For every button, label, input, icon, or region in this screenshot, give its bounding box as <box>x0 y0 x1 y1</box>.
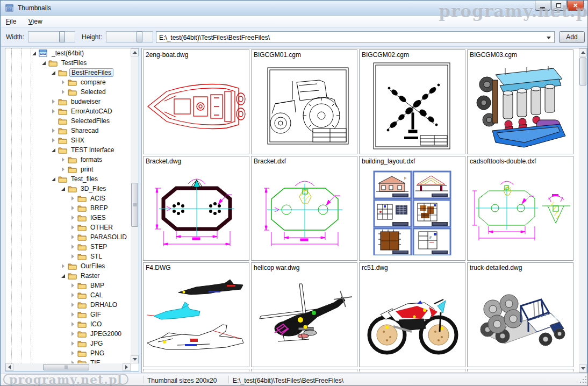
expand-arrow-icon[interactable] <box>70 195 76 202</box>
collapse-arrow-icon[interactable] <box>51 69 57 76</box>
expand-arrow-icon[interactable] <box>70 350 76 356</box>
expand-arrow-icon[interactable] <box>70 311 76 318</box>
tree-item-ico[interactable]: ICO <box>5 319 131 329</box>
minimize-button[interactable] <box>535 1 550 11</box>
expand-arrow-icon[interactable] <box>60 156 67 163</box>
tree-vscroll-thumb[interactable] <box>131 183 138 227</box>
expand-arrow-icon[interactable] <box>51 127 57 134</box>
expand-arrow-icon[interactable] <box>70 292 76 298</box>
thumbnail-cell-partial[interactable] <box>467 369 573 371</box>
thumbnail-cell-building-layout-dxf[interactable]: building_layout.dxfFF <box>359 156 465 261</box>
expand-arrow-icon[interactable] <box>70 282 76 289</box>
tree-scroll-down-button[interactable] <box>131 355 139 363</box>
grid-scroll-up-button[interactable] <box>579 48 587 56</box>
tree-hscrollbar[interactable] <box>5 363 131 371</box>
expand-arrow-icon[interactable] <box>60 263 67 269</box>
tree-item-label[interactable]: STEP <box>89 243 109 251</box>
thumbnail-cell-bracket-dwg[interactable]: Bracket.dwg <box>143 156 249 261</box>
tree-item-label[interactable]: BestFreeFiles <box>69 68 113 77</box>
width-slider[interactable] <box>28 31 75 42</box>
collapse-arrow-icon[interactable] <box>31 50 38 56</box>
tree-item-label[interactable]: PNG <box>89 349 106 357</box>
tree-item-formats[interactable]: formats <box>5 155 131 165</box>
tree-item-compare[interactable]: compare <box>5 77 131 87</box>
expand-arrow-icon[interactable] <box>51 108 57 115</box>
tree-item-label[interactable]: Selected <box>79 88 107 96</box>
thumbnail-cell-helicop-war-dwg[interactable]: helicop war.dwg <box>251 262 357 367</box>
tree-item-label[interactable]: print <box>79 166 95 173</box>
tree-item-label[interactable]: ErrorAutoCAD <box>69 108 114 115</box>
tree-item-acis[interactable]: ACIS <box>5 194 131 203</box>
tree-item-3d-files[interactable]: 3D_Files <box>5 184 131 194</box>
tree-item-label[interactable]: ACIS <box>89 195 107 202</box>
tree-item-stl[interactable]: STL <box>5 252 131 261</box>
tree-item-label[interactable]: _test(64bit) <box>50 49 85 57</box>
thumbnail-cell-2eng-boat-dwg[interactable]: 2eng-boat.dwg <box>143 49 249 154</box>
expand-arrow-icon[interactable] <box>51 98 57 105</box>
expand-arrow-icon[interactable] <box>70 244 76 250</box>
thumbnail-cell-partial[interactable] <box>359 369 465 371</box>
tree-hscroll-thumb[interactable] <box>43 364 89 370</box>
tree-item-selectedfiles[interactable]: SelectedFiles <box>5 116 131 126</box>
thumbnail-cell-rc51-dwg[interactable]: rc51.dwg <box>359 262 465 367</box>
tree-item-label[interactable]: TestFiles <box>60 59 88 67</box>
expand-arrow-icon[interactable] <box>60 79 67 85</box>
tree-item-drhalo[interactable]: DRHALO <box>5 300 131 310</box>
tree-item-label[interactable]: budweiser <box>69 98 102 105</box>
grid-vscrollbar[interactable] <box>579 48 587 373</box>
tree-item-label[interactable]: TEST Interface <box>69 146 116 154</box>
collapse-arrow-icon[interactable] <box>51 147 57 153</box>
tree-scroll-up-button[interactable] <box>131 48 139 56</box>
tree-item-label[interactable]: DRHALO <box>89 301 119 309</box>
tree-item-parasolid[interactable]: PARASOLID <box>5 232 131 242</box>
tree-item-label[interactable]: OurFiles <box>79 262 106 270</box>
tree-scroll-left-button[interactable] <box>5 363 13 371</box>
tree-item-png[interactable]: PNG <box>5 348 131 358</box>
tree-item-label[interactable]: compare <box>79 78 107 86</box>
collapse-arrow-icon[interactable] <box>60 185 67 192</box>
tree-item-label[interactable]: IGES <box>89 214 107 221</box>
thumbnail-cell-bigcgm01-cgm[interactable]: BIGCGM01.cgm <box>251 49 357 154</box>
tree-item-label[interactable]: SHX <box>69 137 86 144</box>
tree-item-test-interface[interactable]: TEST Interface <box>5 145 131 155</box>
tree-item--test-64bit-[interactable]: _test(64bit) <box>5 48 131 58</box>
tree-item-step[interactable]: STEP <box>5 242 131 252</box>
menu-item-view[interactable]: View <box>24 16 47 27</box>
menu-item-file[interactable]: File <box>1 16 21 27</box>
tree-item-cal[interactable]: CAL <box>5 290 131 300</box>
tree-item-ourfiles[interactable]: OurFiles <box>5 261 131 271</box>
expand-arrow-icon[interactable] <box>70 340 76 347</box>
thumbnail-cell-partial[interactable] <box>251 369 357 371</box>
thumbnail-cell-bigcgm03-cgm[interactable]: BIGCGM03.cgm <box>467 49 573 154</box>
tree-item-label[interactable]: 3D_Files <box>79 185 107 192</box>
tree-item-gif[interactable]: GIF <box>5 310 131 319</box>
combobox-dropdown-icon[interactable] <box>547 37 551 39</box>
tree-item-test-files[interactable]: Test_files <box>5 174 131 184</box>
width-slider-thumb[interactable] <box>59 31 65 42</box>
tree-item-label[interactable]: SelectedFiles <box>69 117 111 125</box>
expand-arrow-icon[interactable] <box>70 360 76 363</box>
grid-vscroll-thumb[interactable] <box>579 58 586 85</box>
expand-arrow-icon[interactable] <box>60 166 67 173</box>
collapse-arrow-icon[interactable] <box>41 60 47 66</box>
expand-arrow-icon[interactable] <box>51 137 57 144</box>
tree-item-testfiles[interactable]: TestFiles <box>5 58 131 68</box>
tree-item-jpeg2000[interactable]: JPEG2000 <box>5 329 131 339</box>
expand-arrow-icon[interactable] <box>70 205 76 211</box>
tree-item-label[interactable]: CAL <box>89 291 104 299</box>
close-button[interactable]: ✕ <box>567 1 584 11</box>
tree-item-shx[interactable]: SHX <box>5 135 131 145</box>
tree-item-label[interactable]: Sharecad <box>69 127 100 134</box>
tree-item-label[interactable]: formats <box>79 156 104 163</box>
tree-item-label[interactable]: GIF <box>89 311 103 318</box>
tree-item-label[interactable]: Raster <box>79 272 101 280</box>
thumbnail-cell-partial[interactable] <box>143 369 249 371</box>
expand-arrow-icon[interactable] <box>70 253 76 260</box>
tree-item-tif[interactable]: TIF <box>5 358 131 363</box>
resize-grip[interactable] <box>580 376 587 384</box>
tree-item-selected[interactable]: Selected <box>5 87 131 97</box>
collapse-arrow-icon[interactable] <box>51 176 57 182</box>
tree-item-raster[interactable]: Raster <box>5 271 131 281</box>
tree-item-label[interactable]: STL <box>89 253 104 260</box>
expand-arrow-icon[interactable] <box>70 224 76 231</box>
